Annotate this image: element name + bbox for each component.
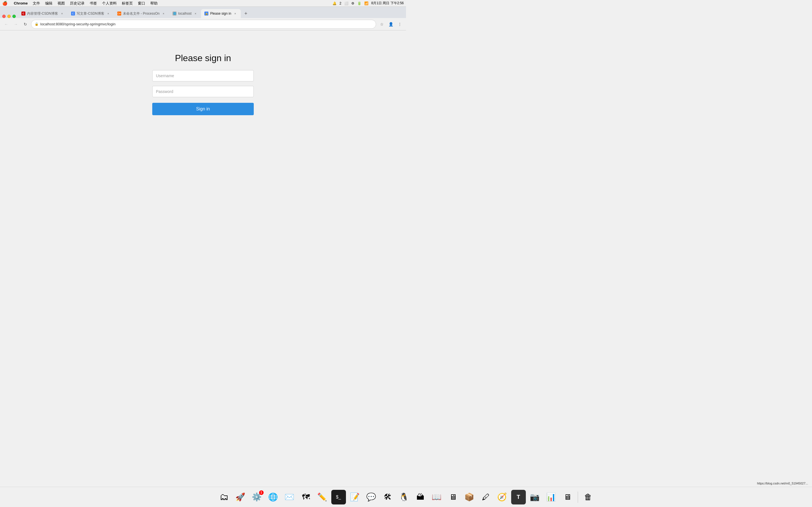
- tab-signin[interactable]: 🔒 Please sign in ×: [201, 9, 241, 18]
- wifi-icon: 📶: [364, 1, 368, 5]
- tab-favicon-signin: 🔒: [204, 11, 208, 15]
- tab-favicon-localhost: 🌐: [172, 11, 176, 15]
- close-window-button[interactable]: [2, 15, 6, 18]
- tab-favicon-csdn-write: C: [71, 11, 75, 15]
- menubar-file[interactable]: 文件: [33, 1, 40, 6]
- tab-label-localhost: localhost: [178, 11, 192, 15]
- tab-label-csdn-write: 写文章-CSDN博客: [77, 11, 104, 16]
- battery-icon: 🔋: [357, 1, 361, 5]
- maximize-window-button[interactable]: [12, 15, 16, 18]
- password-input[interactable]: [152, 86, 254, 97]
- menubar-history[interactable]: 历史记录: [70, 1, 85, 6]
- signin-card: Please sign in Sign in: [152, 53, 254, 115]
- menubar-profile[interactable]: 个人资料: [102, 1, 117, 6]
- datetime: 8月1日 周日 下午2:56: [371, 1, 404, 6]
- traffic-lights: [2, 15, 16, 18]
- tab-close-csdn-write[interactable]: ×: [106, 11, 110, 16]
- tab-label-processon: 未命名文件 - ProcessOn: [123, 11, 160, 16]
- notification-icon[interactable]: 🔔: [333, 1, 337, 5]
- tab-close-csdn-manage[interactable]: ×: [60, 11, 64, 16]
- tab-close-localhost[interactable]: ×: [193, 11, 198, 16]
- tab-csdn-write[interactable]: C 写文章-CSDN博客 ×: [68, 9, 114, 18]
- toolbar-right: ☆ 👤 ⋮: [378, 20, 404, 28]
- apple-menu[interactable]: 🍎: [2, 1, 8, 6]
- tab-favicon-processon: On: [117, 11, 121, 15]
- tab-csdn-manage[interactable]: C 内容管理-CSDN博客 ×: [18, 9, 68, 18]
- menubar-bookmarks[interactable]: 书签: [90, 1, 97, 6]
- address-toolbar: ← → ↻ 🔒 localhost:8080/spring-security-s…: [0, 18, 406, 31]
- more-button[interactable]: ⋮: [396, 20, 404, 28]
- new-tab-button[interactable]: +: [242, 10, 250, 17]
- wechat-menubar-icon: ⬜: [344, 1, 349, 5]
- reload-button[interactable]: ↻: [21, 20, 29, 28]
- forward-button[interactable]: →: [12, 20, 20, 28]
- notification-count: 2: [340, 1, 342, 5]
- signin-title: Please sign in: [175, 53, 231, 63]
- menubar-tabs[interactable]: 标签页: [122, 1, 133, 6]
- bookmark-button[interactable]: ☆: [378, 20, 386, 28]
- tab-label-csdn-manage: 内容管理-CSDN博客: [27, 11, 58, 16]
- settings-menubar-icon: ⚙: [351, 1, 354, 5]
- address-bar[interactable]: 🔒 localhost:8080/spring-security-springm…: [31, 20, 376, 29]
- lock-icon: 🔒: [35, 22, 39, 26]
- menubar-help[interactable]: 帮助: [150, 1, 158, 6]
- profile-button[interactable]: 👤: [387, 20, 395, 28]
- tab-favicon-csdn: C: [21, 11, 26, 15]
- tab-localhost[interactable]: 🌐 localhost ×: [169, 9, 201, 18]
- tabbar: C 内容管理-CSDN博客 × C 写文章-CSDN博客 × On 未命名文件 …: [0, 7, 406, 18]
- tab-close-processon[interactable]: ×: [161, 11, 166, 16]
- back-button[interactable]: ←: [2, 20, 10, 28]
- menubar-edit[interactable]: 编辑: [45, 1, 52, 6]
- tab-close-signin[interactable]: ×: [233, 11, 238, 16]
- page-content: Please sign in Sign in: [0, 31, 406, 253]
- menubar-window[interactable]: 窗口: [138, 1, 145, 6]
- menubar-right: 🔔 2 ⬜ ⚙ 🔋 📶 8月1日 周日 下午2:56: [333, 1, 404, 6]
- chrome-window: C 内容管理-CSDN博客 × C 写文章-CSDN博客 × On 未命名文件 …: [0, 7, 406, 253]
- url-text: localhost:8080/spring-security-springmvc…: [40, 22, 116, 26]
- menubar: 🍎 Chrome 文件 编辑 视图 历史记录 书签 个人资料 标签页 窗口 帮助…: [0, 0, 406, 7]
- tab-label-signin: Please sign in: [210, 11, 231, 15]
- menubar-view[interactable]: 视图: [57, 1, 65, 6]
- minimize-window-button[interactable]: [7, 15, 11, 18]
- username-input[interactable]: [152, 70, 254, 81]
- menubar-app-name[interactable]: Chrome: [14, 1, 28, 5]
- signin-button[interactable]: Sign in: [152, 103, 254, 115]
- tab-processon[interactable]: On 未命名文件 - ProcessOn ×: [114, 9, 169, 18]
